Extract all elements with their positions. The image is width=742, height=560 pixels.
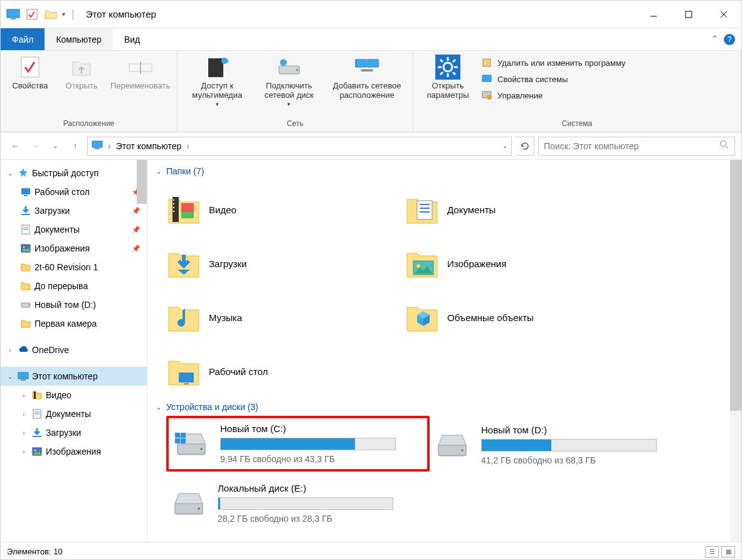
sidebar-item-quick-0[interactable]: Рабочий стол📌 — [1, 182, 147, 201]
svg-rect-4 — [686, 11, 692, 18]
svg-rect-60 — [181, 203, 194, 212]
sidebar-item-label: Загрузки — [46, 428, 81, 438]
sidebar-item-pc-1[interactable]: ›Документы — [1, 404, 147, 423]
sidebar-scrollbar[interactable] — [137, 160, 147, 204]
drive-item-0[interactable]: Новый том (C:)9,94 ГБ свободно из 43,3 Г… — [166, 416, 430, 472]
folder-icon — [19, 261, 32, 273]
svg-line-35 — [726, 146, 728, 149]
svg-rect-15 — [356, 60, 366, 67]
folder-item-4[interactable]: Музыка — [166, 290, 405, 344]
chevron-right-icon[interactable]: › — [19, 392, 28, 399]
refresh-button[interactable] — [516, 137, 534, 156]
sidebar-item-quick-3[interactable]: Изображения📌 — [1, 239, 147, 258]
tab-view[interactable]: Вид — [113, 28, 151, 50]
drive-icon — [171, 490, 206, 517]
rename-button[interactable]: Переименовать — [110, 53, 171, 90]
drive-item-1[interactable]: Новый том (D:)41,2 ГБ свободно из 68,3 Г… — [430, 418, 693, 472]
address-bar[interactable]: › Этот компьютер › ⌄ — [87, 137, 512, 156]
uninstall-program-link[interactable]: Удалить или изменить программу — [481, 57, 625, 68]
svg-point-45 — [28, 304, 29, 305]
manage-link[interactable]: Управление — [481, 90, 625, 101]
ribbon-group-system: Открыть параметры Удалить или изменить п… — [413, 51, 741, 132]
computer-icon — [6, 7, 21, 22]
documents-icon — [19, 223, 32, 236]
folder-item-0[interactable]: Видео — [166, 182, 405, 236]
tab-file[interactable]: Файл — [1, 28, 45, 50]
folder-icon — [19, 317, 32, 330]
system-properties-link[interactable]: Свойства системы — [481, 73, 625, 85]
nav-forward-button[interactable]: → — [27, 138, 43, 154]
maximize-button[interactable] — [671, 3, 706, 26]
open-button[interactable]: Открыть — [58, 53, 105, 90]
folder-item-6[interactable]: Рабочий стол — [166, 344, 405, 398]
group-header-folders[interactable]: ⌄ Папки (7) — [156, 166, 735, 176]
chevron-down-icon[interactable]: ⌄ — [6, 170, 14, 177]
drive-name: Новый том (C:) — [220, 423, 422, 434]
chevron-right-icon[interactable]: › — [19, 448, 28, 455]
drive-item-2[interactable]: Локальный диск (E:)28,2 ГБ свободно из 2… — [166, 478, 430, 529]
tree-quick-access[interactable]: ⌄ Быстрый доступ — [1, 164, 147, 182]
svg-point-54 — [34, 450, 36, 452]
collapse-ribbon-icon[interactable]: ⌃ — [711, 33, 719, 45]
search-box[interactable] — [538, 137, 735, 156]
group-header-drives[interactable]: ⌄ Устройства и диски (3) — [156, 402, 735, 412]
folder-item-2[interactable]: Загрузки — [166, 236, 405, 290]
search-icon[interactable] — [719, 140, 729, 152]
status-item-count: Элементов: 10 — [7, 547, 63, 556]
sidebar-item-quick-1[interactable]: Загрузки📌 — [1, 201, 147, 220]
drive-icon — [174, 430, 209, 458]
folder-item-3[interactable]: Изображения — [405, 236, 643, 290]
sidebar-item-quick-7[interactable]: Первая камера — [1, 314, 147, 333]
chevron-down-icon[interactable]: ⌄ — [6, 373, 14, 380]
folder-icon[interactable] — [43, 7, 58, 22]
help-icon[interactable]: ? — [724, 34, 735, 45]
nav-up-button[interactable]: ↑ — [67, 138, 83, 154]
sidebar-item-pc-3[interactable]: ›Изображения — [1, 442, 147, 461]
view-icons-button[interactable]: ▦ — [721, 546, 735, 557]
sidebar-item-quick-2[interactable]: Документы📌 — [1, 220, 147, 239]
nav-back-button[interactable]: ← — [7, 138, 23, 154]
breadcrumb-this-pc[interactable]: Этот компьютер — [116, 141, 182, 151]
svg-point-31 — [487, 95, 492, 100]
svg-rect-57 — [173, 203, 174, 204]
sidebar-item-pc-0[interactable]: ›Видео — [1, 386, 147, 404]
svg-rect-32 — [92, 141, 102, 147]
media-access-button[interactable]: Доступ к мультимедиа ▾ — [184, 53, 251, 107]
svg-rect-75 — [181, 438, 186, 443]
3d-icon — [405, 300, 440, 335]
ribbon-tabs: Файл Компьютер Вид ⌃ ? — [1, 28, 741, 51]
properties-icon[interactable] — [24, 7, 40, 22]
sidebar-item-pc-2[interactable]: ›Загрузки — [1, 423, 147, 442]
map-drive-button[interactable]: Подключить сетевой диск ▾ — [256, 53, 323, 107]
folder-item-1[interactable]: Документы — [405, 182, 643, 236]
chevron-right-icon[interactable]: › — [19, 430, 28, 436]
add-network-loc-button[interactable]: Добавить сетевое расположение — [327, 53, 406, 100]
tree-onedrive[interactable]: › OneDrive — [1, 341, 147, 359]
search-input[interactable] — [544, 141, 719, 151]
qat-dropdown-icon[interactable]: ▾ — [62, 11, 65, 18]
minimize-button[interactable] — [636, 3, 671, 26]
open-settings-button[interactable]: Открыть параметры — [420, 53, 476, 100]
view-details-button[interactable]: ☰ — [705, 546, 719, 557]
svg-rect-59 — [173, 211, 174, 212]
system-links: Удалить или изменить программу Свойства … — [481, 53, 625, 101]
sidebar-item-quick-6[interactable]: Новый том (D:) — [1, 295, 147, 314]
folder-item-5[interactable]: Объемные объекты — [405, 290, 643, 344]
chevron-right-icon[interactable]: › — [6, 347, 14, 354]
tab-computer[interactable]: Компьютер — [45, 28, 112, 50]
svg-rect-17 — [361, 69, 373, 71]
nav-recent-dropdown[interactable]: ⌄ — [47, 138, 63, 154]
chevron-down-icon: ⌄ — [156, 404, 161, 411]
properties-button[interactable]: Свойства — [7, 53, 53, 90]
close-button[interactable] — [706, 3, 741, 26]
ribbon-group-network: Доступ к мультимедиа ▾ Подключить сетево… — [178, 51, 413, 132]
content-scrollbar[interactable] — [730, 160, 741, 542]
tree-this-pc[interactable]: ⌄ Этот компьютер — [1, 367, 147, 386]
folder-label: Видео — [209, 204, 236, 215]
svg-rect-56 — [173, 199, 174, 201]
video-icon — [31, 389, 43, 401]
address-dropdown-icon[interactable]: ⌄ — [502, 142, 507, 149]
chevron-right-icon[interactable]: › — [19, 411, 28, 418]
sidebar-item-quick-4[interactable]: 2t-60 Revision 1 — [1, 258, 147, 277]
sidebar-item-quick-5[interactable]: До перерыва — [1, 277, 147, 295]
